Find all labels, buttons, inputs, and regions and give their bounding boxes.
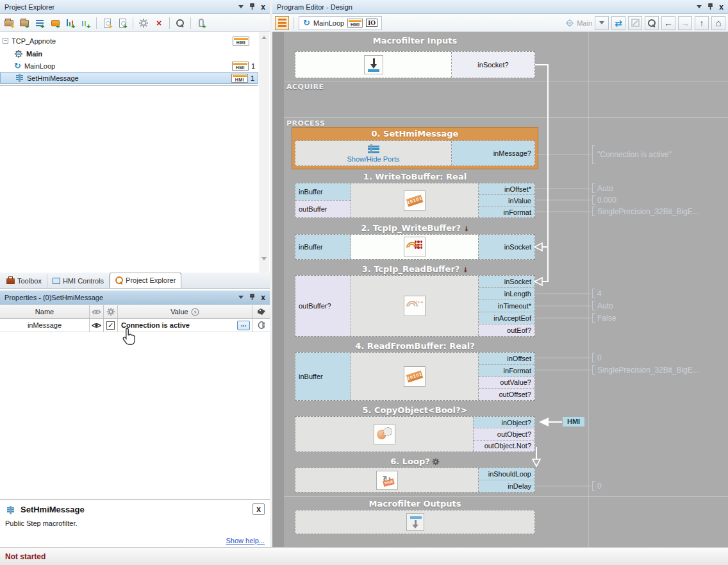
- visibility-column-icon[interactable]: [90, 305, 104, 318]
- expand-arrow-icon[interactable]: ↓: [463, 266, 468, 273]
- find-icon[interactable]: [174, 17, 186, 30]
- expand-arrow-icon[interactable]: ↓: [463, 225, 468, 232]
- port-informat[interactable]: inFormat: [479, 206, 534, 217]
- port-insocket[interactable]: inSocket: [479, 276, 534, 287]
- add-step-macrofilter-icon[interactable]: +: [33, 17, 46, 30]
- program-selector[interactable]: Main: [565, 19, 592, 28]
- hmi-view-button[interactable]: HMI: [347, 19, 363, 28]
- port-indelay[interactable]: inDelay: [479, 480, 534, 492]
- navigate-up-button[interactable]: ↑: [695, 16, 709, 30]
- edit-button-disabled[interactable]: [628, 16, 642, 30]
- navigate-forward-button[interactable]: →: [678, 16, 692, 30]
- port-outobject-not[interactable]: outObject.Not?: [474, 440, 534, 451]
- loop-settings-gear-icon[interactable]: [432, 458, 440, 466]
- port-outobject[interactable]: outObject?: [474, 428, 534, 439]
- scroll-down-icon[interactable]: [259, 253, 269, 264]
- port-inoffset[interactable]: inOffset: [479, 353, 534, 364]
- port-inmessage[interactable]: inMessage?: [452, 141, 534, 165]
- visible-eye-icon[interactable]: [90, 319, 104, 332]
- pin-icon[interactable]: [249, 3, 255, 10]
- port-inaccepteof[interactable]: inAcceptEof: [479, 312, 534, 324]
- tree-scrollbar[interactable]: [259, 32, 269, 273]
- attach-icon[interactable]: +: [195, 17, 208, 30]
- show-help-link[interactable]: Show help...: [226, 537, 265, 544]
- filter-block-copyobject[interactable]: inObject? outObject? outObject.Not?: [295, 416, 535, 452]
- outputs-body[interactable]: [295, 510, 534, 534]
- port-insocket-input[interactable]: inSocket?: [452, 52, 534, 78]
- connect-port-button[interactable]: [252, 319, 270, 332]
- edit-value-button[interactable]: ...: [237, 321, 250, 330]
- port-insocket[interactable]: inSocket: [479, 235, 534, 259]
- macrofilter-outputs-block[interactable]: [295, 510, 535, 534]
- add-program-icon[interactable]: +: [116, 17, 129, 30]
- tab-project-explorer[interactable]: Project Explorer: [110, 273, 181, 288]
- port-inbuffer[interactable]: inBuffer: [295, 183, 351, 200]
- tree-row-sethmimessage[interactable]: SetHmiMessage HMI 1: [0, 72, 258, 84]
- hmi-source-label[interactable]: HMI: [563, 417, 584, 426]
- filter-block-readfrombuffer[interactable]: inBuffer 10101 inOffset inFormat outValu…: [295, 352, 535, 401]
- scroll-up-icon[interactable]: [259, 32, 269, 42]
- port-inbuffer[interactable]: inBuffer: [295, 235, 351, 259]
- delete-icon[interactable]: ×: [153, 17, 165, 30]
- io-view-button[interactable]: IO: [366, 19, 377, 27]
- port-outvalue[interactable]: outValue?: [479, 376, 534, 389]
- tree-row-project[interactable]: − TCP_Appnote HMI: [0, 35, 258, 47]
- panel-menu-chevron-icon[interactable]: [697, 5, 702, 8]
- port-outbuffer[interactable]: outBuffer: [295, 200, 351, 217]
- home-button[interactable]: ⌂: [711, 16, 725, 30]
- new-program-icon[interactable]: ✦: [101, 17, 113, 30]
- port-outbuffer[interactable]: outBuffer?: [295, 276, 351, 336]
- enabled-checkbox[interactable]: ✓: [104, 319, 118, 332]
- add-worker-task-icon[interactable]: +: [64, 17, 77, 30]
- port-intimeout[interactable]: inTimeout*: [479, 299, 534, 312]
- port-informat[interactable]: inFormat: [479, 364, 534, 376]
- loop-body[interactable]: ↻ TRUE: [295, 468, 478, 492]
- tree-row-main[interactable]: Main: [0, 47, 258, 60]
- pin-icon[interactable]: [707, 3, 713, 10]
- new-task-macrofilter-icon[interactable]: ✦: [3, 17, 15, 30]
- panel-menu-chevron-icon[interactable]: [238, 5, 244, 8]
- pin-icon[interactable]: [249, 294, 255, 301]
- tab-toolbox[interactable]: Toolbox: [1, 274, 47, 288]
- port-outeof[interactable]: outEof?: [479, 324, 534, 336]
- add-module-icon[interactable]: +: [79, 17, 92, 30]
- port-inoffset[interactable]: inOffset*: [479, 183, 534, 194]
- port-outoffset[interactable]: outOffset?: [479, 388, 534, 400]
- port-inbuffer[interactable]: inBuffer: [295, 353, 351, 400]
- filter-block-tcpip-readbuffer[interactable]: outBuffer? 123-4 inSocket inLength inTim…: [295, 275, 535, 337]
- readfrombuffer-body[interactable]: 10101: [351, 353, 478, 400]
- copyobject-body[interactable]: [295, 417, 473, 451]
- filter-block-sethmimessage-selected[interactable]: 0. SetHmiMessage Show/Hide Ports inMessa…: [292, 127, 538, 169]
- switch-view-button[interactable]: ⇄: [611, 16, 625, 30]
- program-dropdown-button[interactable]: [595, 16, 609, 30]
- tcpip-writebuffer-body[interactable]: [351, 235, 478, 259]
- writetobuffer-body[interactable]: 10101: [351, 183, 478, 217]
- label-column-icon[interactable]: [252, 305, 270, 318]
- close-icon[interactable]: x: [719, 3, 724, 11]
- close-icon[interactable]: x: [261, 3, 265, 11]
- program-menu-icon[interactable]: [275, 16, 289, 30]
- port-inshouldloop[interactable]: inShouldLoop: [479, 468, 534, 480]
- collapse-icon[interactable]: −: [3, 38, 8, 44]
- filter-block-loop[interactable]: ↻ TRUE inShouldLoop inDelay: [295, 468, 535, 493]
- tcpip-readbuffer-body[interactable]: 123-4: [351, 276, 478, 336]
- port-invalue[interactable]: inValue: [479, 194, 534, 206]
- close-description-button[interactable]: x: [252, 503, 265, 515]
- filter-block-writetobuffer[interactable]: inBuffer outBuffer 10101 inOffset* inVal…: [295, 183, 535, 218]
- tab-hmi-controls[interactable]: HMI Controls: [47, 274, 110, 288]
- show-hide-ports-link[interactable]: Show/Hide Ports: [347, 155, 400, 163]
- add-variant-macrofilter-icon[interactable]: +: [49, 17, 62, 30]
- sethmimessage-body[interactable]: Show/Hide Ports: [295, 141, 451, 165]
- port-inlength[interactable]: inLength: [479, 287, 534, 299]
- settings-column-icon[interactable]: [104, 305, 118, 318]
- panel-menu-chevron-icon[interactable]: [238, 296, 244, 299]
- inputs-body[interactable]: [295, 52, 451, 78]
- breadcrumb-macrofilter[interactable]: MainLoop: [313, 19, 344, 27]
- add-macrofilter-icon[interactable]: +: [18, 17, 31, 30]
- close-icon[interactable]: x: [261, 294, 265, 301]
- find-in-program-button[interactable]: [645, 16, 659, 30]
- program-canvas[interactable]: Macrofilter Inputs inSocket? ACQUIRE PRO…: [272, 32, 728, 547]
- port-inobject[interactable]: inObject?: [474, 417, 534, 428]
- tree-row-mainloop[interactable]: ↻ MainLoop HMI 1: [0, 60, 258, 72]
- filter-block-tcpip-writebuffer[interactable]: inBuffer inSocket: [295, 234, 535, 260]
